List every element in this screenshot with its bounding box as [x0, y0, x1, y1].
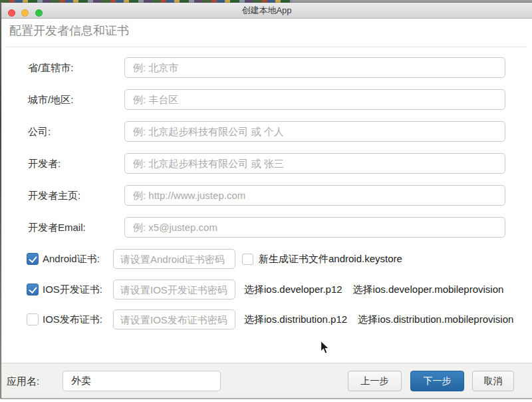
cert-row-android: Android证书: 新生成证书文件android.keystore [1, 249, 532, 269]
select-ios-developer-p12-link[interactable]: 选择ios.developer.p12 [244, 284, 342, 296]
select-ios-distribution-mobileprovision-link[interactable]: 选择ios.distribution.mobileprovision [358, 313, 513, 326]
window-title: 创建本地App [1, 3, 532, 19]
android-cert-label: Android证书: [43, 253, 100, 266]
city-label: 城市/地区: [28, 89, 73, 110]
screen: 创建本地App 配置开发者信息和证书 省/直辖市: 城市/地区: 公司: 开发者… [0, 0, 532, 402]
cert-row-ios-dev: IOS开发证书: 选择ios.developer.p12 选择ios.devel… [1, 280, 532, 300]
cert-row-ios-dist: IOS发布证书: 选择ios.distribution.p12 选择ios.di… [1, 309, 532, 329]
ios-dist-cert-password-input[interactable] [113, 309, 235, 329]
new-keystore-checkbox[interactable] [242, 254, 253, 265]
app-name-input[interactable] [63, 371, 221, 391]
field-row-company: 公司: [1, 121, 532, 142]
developer-label: 开发者: [28, 153, 61, 174]
field-row-city: 城市/地区: [1, 89, 532, 110]
android-cert-checkbox[interactable] [27, 253, 39, 265]
ios-dist-cert-checkbox[interactable] [27, 313, 39, 325]
ios-dev-cert-label: IOS开发证书: [43, 284, 102, 296]
select-ios-developer-mobileprovision-link[interactable]: 选择ios.developer.mobileprovision [353, 284, 504, 296]
field-row-homepage: 开发者主页: [1, 185, 532, 206]
page-title: 配置开发者信息和证书 [9, 23, 129, 39]
company-label: 公司: [28, 121, 51, 142]
new-keystore-label: 新生成证书文件android.keystore [259, 253, 402, 266]
header-divider [7, 47, 527, 47]
ios-dist-cert-label: IOS发布证书: [43, 313, 102, 326]
next-step-button[interactable]: 下一步 [410, 371, 464, 391]
field-row-developer: 开发者: [1, 153, 532, 174]
cancel-button[interactable]: 取消 [472, 371, 514, 391]
province-label: 省/直辖市: [28, 57, 73, 78]
select-ios-distribution-p12-link[interactable]: 选择ios.distribution.p12 [244, 313, 347, 326]
email-label: 开发者Email: [28, 217, 86, 238]
province-input[interactable] [124, 57, 505, 78]
field-row-email: 开发者Email: [1, 217, 532, 238]
developer-input[interactable] [124, 153, 505, 174]
app-name-label: 应用名: [7, 371, 39, 391]
homepage-input[interactable] [124, 185, 505, 206]
field-row-province: 省/直辖市: [1, 57, 532, 78]
ios-dev-cert-checkbox[interactable] [27, 284, 39, 296]
city-input[interactable] [124, 89, 505, 110]
ios-dev-cert-password-input[interactable] [113, 280, 235, 300]
email-input[interactable] [124, 217, 505, 238]
previous-step-button[interactable]: 上一步 [348, 371, 402, 391]
android-cert-password-input[interactable] [113, 249, 235, 269]
homepage-label: 开发者主页: [28, 185, 80, 206]
company-input[interactable] [124, 121, 505, 142]
